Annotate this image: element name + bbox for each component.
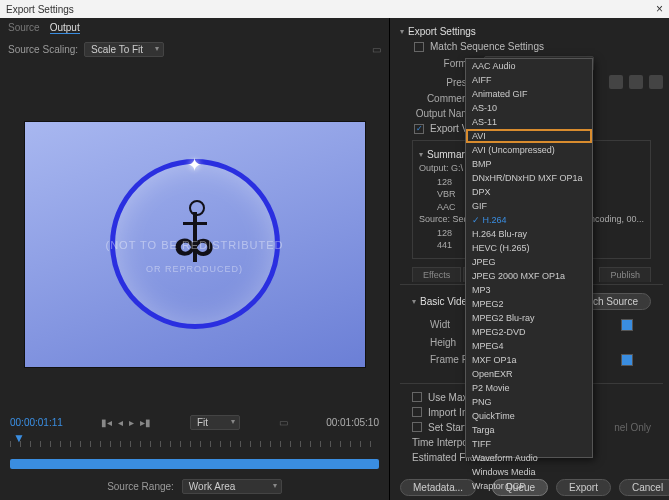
format-option[interactable]: AS-10: [466, 101, 592, 115]
ruler: [10, 441, 379, 447]
format-option[interactable]: DPX: [466, 185, 592, 199]
zoom-select[interactable]: Fit: [190, 415, 240, 430]
crop-icon[interactable]: ▭: [372, 44, 381, 55]
format-option[interactable]: JPEG: [466, 255, 592, 269]
match-sequence-label: Match Sequence Settings: [430, 41, 544, 52]
format-option[interactable]: OpenEXR: [466, 367, 592, 381]
format-option[interactable]: AVI: [466, 129, 592, 143]
summary-title: Summary: [427, 147, 470, 162]
import-project-checkbox[interactable]: [412, 407, 422, 417]
export-settings-header[interactable]: ▾ Export Settings: [400, 24, 663, 39]
export-video-checkbox[interactable]: [414, 124, 424, 134]
framerate-link-checkbox[interactable]: [621, 354, 633, 366]
start-tc-checkbox[interactable]: [412, 422, 422, 432]
export-settings-title: Export Settings: [408, 26, 476, 37]
format-option[interactable]: P2 Movie: [466, 381, 592, 395]
max-render-checkbox[interactable]: [412, 392, 422, 402]
cancel-button[interactable]: Cancel: [619, 479, 669, 496]
source-range-label: Source Range:: [107, 481, 174, 492]
source-scaling-select[interactable]: Scale To Fit: [84, 42, 164, 57]
import-preset-icon[interactable]: [609, 75, 623, 89]
close-icon[interactable]: ×: [656, 2, 663, 16]
format-option[interactable]: TIFF: [466, 437, 592, 451]
height-label: Heigh: [430, 337, 456, 348]
watermark-line1: (NOT TO BE REDISTRIBUTED: [25, 239, 365, 251]
left-panel: Source Output Source Scaling: Scale To F…: [0, 18, 390, 500]
format-option[interactable]: BMP: [466, 157, 592, 171]
format-option[interactable]: Waveform Audio: [466, 451, 592, 465]
format-option[interactable]: MXF OP1a: [466, 353, 592, 367]
format-option[interactable]: MPEG2 Blu-ray: [466, 311, 592, 325]
match-sequence-checkbox[interactable]: [414, 42, 424, 52]
star-icon: ✦: [187, 154, 202, 176]
ratio-icon[interactable]: ▭: [279, 417, 288, 428]
format-option[interactable]: HEVC (H.265): [466, 241, 592, 255]
preset-tool-icons: [609, 75, 663, 89]
format-option[interactable]: MP3: [466, 283, 592, 297]
format-option[interactable]: QuickTime: [466, 409, 592, 423]
work-area-bar[interactable]: [10, 459, 379, 469]
save-preset-icon[interactable]: [629, 75, 643, 89]
format-option[interactable]: AS-11: [466, 115, 592, 129]
tab-publish[interactable]: Publish: [599, 267, 651, 282]
ankh-glyph: [193, 212, 197, 262]
format-option[interactable]: AIFF: [466, 73, 592, 87]
source-range-row: Source Range: Work Area: [0, 473, 389, 500]
format-option[interactable]: MPEG2: [466, 297, 592, 311]
timeline[interactable]: ▼: [0, 434, 389, 473]
format-option[interactable]: JPEG 2000 MXF OP1a: [466, 269, 592, 283]
source-scaling-label: Source Scaling:: [8, 44, 78, 55]
metadata-button[interactable]: Metadata...: [400, 479, 476, 496]
format-option[interactable]: MPEG2-DVD: [466, 325, 592, 339]
format-dropdown[interactable]: AAC AudioAIFFAnimated GIFAS-10AS-11AVIAV…: [465, 58, 593, 458]
playhead-icon[interactable]: ▼: [13, 431, 25, 445]
preview-tabs: Source Output: [0, 18, 389, 38]
format-option[interactable]: Animated GIF: [466, 87, 592, 101]
window-title: Export Settings: [6, 4, 74, 15]
source-range-select[interactable]: Work Area: [182, 479, 282, 494]
match-sequence-row: Match Sequence Settings: [400, 39, 663, 54]
format-option[interactable]: AVI (Uncompressed): [466, 143, 592, 157]
prev-frame-icon[interactable]: ▮◂: [101, 417, 112, 428]
format-option[interactable]: Windows Media: [466, 465, 592, 479]
source-scaling-row: Source Scaling: Scale To Fit ▭: [0, 38, 389, 61]
tab-source[interactable]: Source: [8, 22, 40, 34]
format-option[interactable]: MPEG4: [466, 339, 592, 353]
format-option[interactable]: DNxHR/DNxHD MXF OP1a: [466, 171, 592, 185]
start-tc-suffix: nel Only: [614, 422, 651, 433]
tab-effects[interactable]: Effects: [412, 267, 461, 282]
timecode-left[interactable]: 00:00:01:11: [10, 417, 63, 428]
transport-bar: 00:00:01:11 ▮◂ ◂ ▸ ▸▮ Fit ▭ 00:01:05:10: [0, 411, 389, 434]
format-option[interactable]: H.264 Blu-ray: [466, 227, 592, 241]
format-option[interactable]: Wraptor DCP: [466, 479, 592, 493]
format-option[interactable]: H.264: [466, 213, 592, 227]
width-link-checkbox[interactable]: [621, 319, 633, 331]
format-option[interactable]: Targa: [466, 423, 592, 437]
step-back-icon[interactable]: ◂: [118, 417, 123, 428]
delete-preset-icon[interactable]: [649, 75, 663, 89]
video-preview[interactable]: ✦ ∞ (NOT TO BE REDISTRIBUTED OR REPRODUC…: [25, 122, 365, 367]
next-frame-icon[interactable]: ▸▮: [140, 417, 151, 428]
transport-icons: ▮◂ ◂ ▸ ▸▮: [101, 417, 151, 428]
play-icon[interactable]: ▸: [129, 417, 134, 428]
timecode-right: 00:01:05:10: [326, 417, 379, 428]
chevron-down-icon: ▾: [400, 27, 404, 36]
summary-source-label: Source: Seq: [419, 213, 469, 227]
format-option[interactable]: GIF: [466, 199, 592, 213]
preview-area: ✦ ∞ (NOT TO BE REDISTRIBUTED OR REPRODUC…: [0, 61, 389, 411]
titlebar: Export Settings ×: [0, 0, 669, 18]
width-label: Widt: [430, 319, 450, 330]
format-option[interactable]: PNG: [466, 395, 592, 409]
watermark-line2: OR REPRODUCED): [25, 264, 365, 274]
format-option[interactable]: AAC Audio: [466, 59, 592, 73]
tab-output[interactable]: Output: [50, 22, 80, 34]
